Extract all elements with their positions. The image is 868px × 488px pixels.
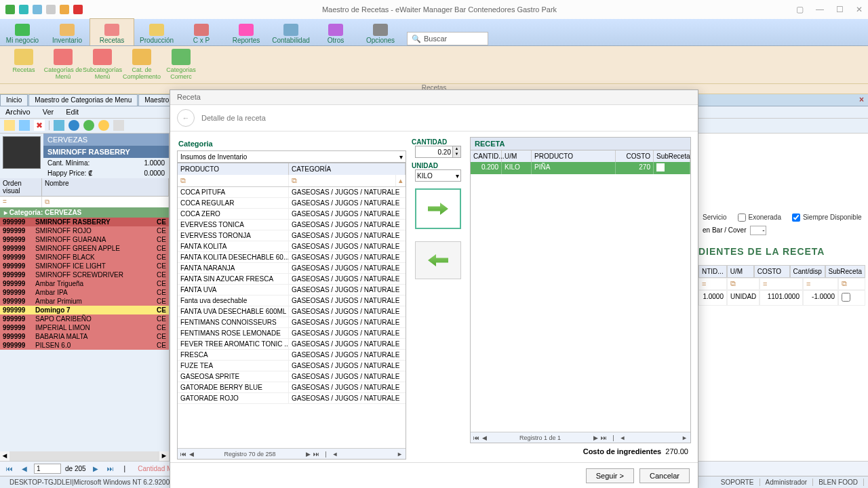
maximize-icon[interactable]: ☐ xyxy=(836,5,844,14)
prod-col-producto[interactable]: PRODUCTO xyxy=(178,163,289,175)
rn-next[interactable]: ▶ xyxy=(593,434,598,441)
tb-pin-icon[interactable] xyxy=(113,120,124,131)
rn-prev[interactable]: ◀ xyxy=(482,434,487,441)
list-item[interactable]: 999999SMIRNOFF BLACKCE xyxy=(0,253,169,262)
product-row[interactable]: GATORADE BERRY BLUEGASEOSAS / JUGOS / NA… xyxy=(178,382,406,393)
product-row[interactable]: COCA ZEROGASEOSAS / JUGOS / NATURALE xyxy=(178,209,406,220)
bn-page-input[interactable]: 1 xyxy=(34,464,61,474)
menu-archivo[interactable]: Archivo xyxy=(5,108,31,116)
cantidad-input[interactable]: 0.20 ▲▼ xyxy=(415,146,461,158)
tb-info-icon[interactable] xyxy=(68,120,79,131)
product-row[interactable]: FANTA UVA DESECHABLE 600MLGASEOSAS / JUG… xyxy=(178,306,406,317)
qat-icon-2[interactable] xyxy=(33,5,42,14)
prod-scroll-up[interactable]: ▴ xyxy=(396,175,406,186)
product-row[interactable]: COCA REGULARGASEOSAS / JUGOS / NATURALE xyxy=(178,198,406,209)
rp-enbar-input[interactable]: - xyxy=(750,226,766,235)
bn-next[interactable]: ▶ xyxy=(90,464,101,474)
product-row[interactable]: FENTIMANS ROSE LEMONADEGASEOSAS / JUGOS … xyxy=(178,328,406,339)
lp-col-orden[interactable]: Orden visual xyxy=(0,178,42,196)
list-item[interactable]: 999999PILSEN 6.0CE xyxy=(0,341,169,350)
list-item[interactable]: 999999Domingo 7CE xyxy=(0,306,169,314)
ribbon-inventario[interactable]: Inventario xyxy=(45,18,90,45)
ribbon-produccion[interactable]: Producción xyxy=(134,18,179,45)
menu-ver[interactable]: Ver xyxy=(43,108,54,116)
product-row[interactable]: FANTA KOLITA DESECHABLE 60...GASEOSAS / … xyxy=(178,252,406,263)
pn-hs-right[interactable]: ► xyxy=(397,451,403,458)
spin-up-icon[interactable]: ▲ xyxy=(453,146,460,152)
product-row[interactable]: EVERVESS TONICAGASEOSAS / JUGOS / NATURA… xyxy=(178,220,406,230)
product-row[interactable]: FANTA NARANJAGASEOSAS / JUGOS / NATURALE xyxy=(178,263,406,274)
ribbon-reportes[interactable]: Reportes xyxy=(224,18,269,45)
tab-catmenu[interactable]: Maestro de Categorias de Menu xyxy=(28,94,138,106)
tb-undo-icon[interactable] xyxy=(54,120,64,131)
list-item[interactable]: 999999Ambar TrigueñaCE xyxy=(0,279,169,288)
ribbon-otros[interactable]: Otros xyxy=(313,18,358,45)
pn-prev[interactable]: ◀ xyxy=(189,451,194,458)
list-item[interactable]: 999999BABARIA MALTACE xyxy=(0,332,169,341)
lp-col-nombre[interactable]: Nombre xyxy=(42,178,169,196)
spin-down-icon[interactable]: ▼ xyxy=(453,152,460,157)
tab-close[interactable]: × xyxy=(855,94,868,106)
receta-row[interactable]: 0.200 KILO PIÑA 270 xyxy=(471,162,690,174)
lp-filter-nombre[interactable]: ⧉ xyxy=(42,197,169,207)
tb-delete-icon[interactable]: ✖ xyxy=(34,120,45,131)
product-row[interactable]: GASEOSA SPRITEGASEOSAS / JUGOS / NATURAL… xyxy=(178,371,406,382)
r2-complemento[interactable]: Cat. de Complemento xyxy=(122,49,161,81)
rn-first[interactable]: ⏮ xyxy=(473,434,479,441)
product-row[interactable]: Fanta uva desechableGASEOSAS / JUGOS / N… xyxy=(178,296,406,306)
prod-filter-categoria[interactable]: ⧉ xyxy=(289,175,396,186)
ribbon-search[interactable]: 🔍 Buscar xyxy=(407,32,488,45)
list-item[interactable]: 999999IMPERIAL LIMONCE xyxy=(0,323,169,332)
bn-prev[interactable]: ◀ xyxy=(19,464,30,474)
qat-icon-1[interactable] xyxy=(19,5,28,14)
tab-inicio[interactable]: Inicio xyxy=(0,94,28,106)
qat-icon-4[interactable] xyxy=(73,5,83,14)
ribbon-minegocio[interactable]: Mi negocio xyxy=(0,18,45,45)
lp-list[interactable]: 999999SMIRNOFF RASBERRYCE999999SMIRNOFF … xyxy=(0,218,169,451)
list-item[interactable]: 999999SMIRNOFF GREEN APPLECE xyxy=(0,244,169,253)
list-item[interactable]: 999999SMIRNOFF ICE LIGHTCE xyxy=(0,262,169,270)
minimize-icon[interactable]: — xyxy=(816,5,824,14)
list-item[interactable]: 999999SMIRNOFF GUARANACE xyxy=(0,235,169,244)
ribbon-opciones[interactable]: Opciones xyxy=(358,18,403,45)
remove-ingredient-button[interactable] xyxy=(415,241,461,279)
lp-filter-orden[interactable]: = xyxy=(0,197,42,207)
product-row[interactable]: FENTIMANS CONNOISSEURSGASEOSAS / JUGOS /… xyxy=(178,317,406,328)
rn-hs-left[interactable]: ◄ xyxy=(620,434,626,441)
rn-hs-right[interactable]: ► xyxy=(682,434,688,441)
list-item[interactable]: 999999SMIRNOFF RASBERRYCE xyxy=(0,218,169,226)
r2-catmenu[interactable]: Categorías de Menú xyxy=(43,49,83,81)
lp-hscroll[interactable]: ◄ ► xyxy=(0,451,169,461)
r2-comerc[interactable]: Categorias Comerc xyxy=(161,49,201,81)
tb-action-icon[interactable] xyxy=(98,120,109,131)
product-row[interactable]: FANTA SIN AZUCAR FRESCAGASEOSAS / JUGOS … xyxy=(178,274,406,285)
ribbon-cxp[interactable]: C x P xyxy=(179,18,224,45)
ribbon-contabilidad[interactable]: Contabilidad xyxy=(269,18,313,45)
list-item[interactable]: 999999Ambar PrimiumCE xyxy=(0,297,169,306)
unidad-select[interactable]: KILO▾ xyxy=(415,169,461,182)
r2-recetas[interactable]: Recetas xyxy=(4,49,43,81)
product-row[interactable]: FANTA KOLITAGASEOSAS / JUGOS / NATURALE xyxy=(178,241,406,252)
bn-first[interactable]: ⏮ xyxy=(4,464,15,474)
back-button[interactable]: ← xyxy=(177,109,195,127)
close-icon[interactable]: ✕ xyxy=(856,5,863,14)
rp-siempre-ck[interactable] xyxy=(792,214,800,222)
product-row[interactable]: GATORADE ROJOGASEOSAS / JUGOS / NATURALE xyxy=(178,393,406,404)
pn-last[interactable]: ⏭ xyxy=(313,451,319,458)
pn-next[interactable]: ▶ xyxy=(306,451,311,458)
add-ingredient-button[interactable] xyxy=(415,188,461,229)
tb-new-icon[interactable] xyxy=(4,120,15,131)
qat-icon-3[interactable] xyxy=(60,5,69,14)
product-row[interactable]: FRESCAGASEOSAS / JUGOS / NATURALE xyxy=(178,350,406,361)
pn-hs-left[interactable]: ◄ xyxy=(332,451,338,458)
product-row[interactable]: FANTA UVAGASEOSAS / JUGOS / NATURALE xyxy=(178,285,406,296)
lp-category-row[interactable]: ▸ Categoría: CERVEZAS xyxy=(0,207,169,218)
categoria-dropdown[interactable]: Insumos de Inventario▾ xyxy=(177,150,406,163)
rn-last[interactable]: ⏭ xyxy=(601,434,607,441)
product-row[interactable]: COCA PITUFAGASEOSAS / JUGOS / NATURALE xyxy=(178,187,406,198)
prod-col-categoria[interactable]: CATEGORÍA xyxy=(289,163,406,175)
ribbon-recetas[interactable]: Recetas xyxy=(90,18,134,45)
rp-ing-subreceta-ck[interactable] xyxy=(842,293,850,302)
tb-refresh-icon[interactable] xyxy=(83,120,94,131)
product-row[interactable]: FUZE TEAGASEOSAS / JUGOS / NATURALE xyxy=(178,361,406,371)
